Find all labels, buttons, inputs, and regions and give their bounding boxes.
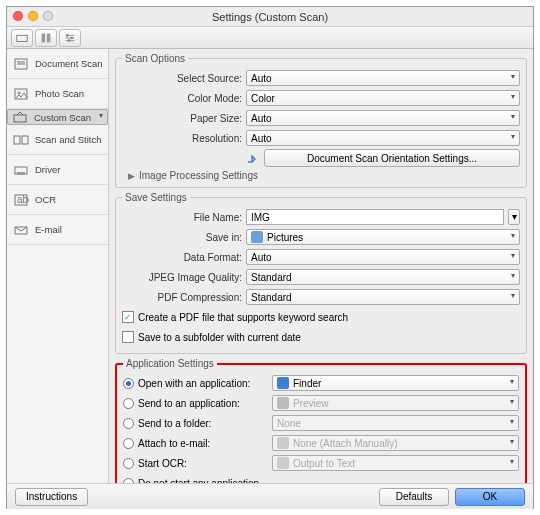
- close-icon[interactable]: [13, 11, 23, 21]
- toolbar-scanner-icon[interactable]: [11, 29, 33, 47]
- save-settings-group: Save Settings File Name:▾ Save in:Pictur…: [115, 192, 527, 354]
- orientation-icon: [246, 152, 260, 164]
- attach-email-dropdown[interactable]: None (Attach Manually): [272, 435, 519, 451]
- svg-text:abc: abc: [17, 194, 29, 205]
- save-in-label: Save in:: [122, 232, 242, 243]
- toolbar-sliders-icon[interactable]: [59, 29, 81, 47]
- svg-rect-15: [17, 172, 25, 175]
- resolution-label: Resolution:: [122, 133, 242, 144]
- paper-size-dropdown[interactable]: Auto: [246, 110, 520, 126]
- file-name-dropdown-icon[interactable]: ▾: [508, 209, 520, 225]
- start-ocr-radio[interactable]: [123, 458, 134, 469]
- pdf-keyword-label: Create a PDF file that supports keyword …: [138, 312, 348, 323]
- paper-size-label: Paper Size:: [122, 113, 242, 124]
- send-to-app-radio[interactable]: [123, 398, 134, 409]
- svg-point-4: [70, 36, 73, 39]
- open-with-app-label: Open with an application:: [138, 378, 268, 389]
- application-settings-legend: Application Settings: [123, 358, 217, 369]
- save-settings-legend: Save Settings: [122, 192, 190, 203]
- toolbar: [7, 27, 533, 49]
- scan-options-group: Scan Options Select Source:Auto Color Mo…: [115, 53, 527, 188]
- minimize-icon[interactable]: [28, 11, 38, 21]
- application-settings-group: Application Settings Open with an applic…: [115, 358, 527, 483]
- svg-rect-11: [14, 115, 26, 122]
- titlebar: Settings (Custom Scan): [7, 7, 533, 27]
- sidebar-item-label: Scan and Stitch: [35, 134, 102, 145]
- preview-icon: [277, 397, 289, 409]
- orientation-settings-button[interactable]: Document Scan Orientation Settings...: [264, 149, 520, 167]
- start-ocr-label: Start OCR:: [138, 458, 268, 469]
- send-to-app-label: Send to an application:: [138, 398, 268, 409]
- sidebar-item-scan-stitch[interactable]: Scan and Stitch: [7, 125, 108, 155]
- image-processing-disclosure[interactable]: ▶Image Processing Settings: [128, 170, 520, 181]
- svg-rect-13: [22, 136, 28, 144]
- svg-rect-1: [42, 33, 46, 42]
- send-to-folder-radio[interactable]: [123, 418, 134, 429]
- instructions-button[interactable]: Instructions: [15, 488, 88, 506]
- send-to-app-dropdown[interactable]: Preview: [272, 395, 519, 411]
- subfolder-date-checkbox[interactable]: [122, 331, 134, 343]
- sidebar-item-email[interactable]: E-mail: [7, 215, 108, 245]
- resolution-dropdown[interactable]: Auto: [246, 130, 520, 146]
- sidebar-item-label: Custom Scan: [34, 112, 91, 123]
- select-source-dropdown[interactable]: Auto: [246, 70, 520, 86]
- save-in-dropdown[interactable]: Pictures: [246, 229, 520, 245]
- data-format-dropdown[interactable]: Auto: [246, 249, 520, 265]
- footer: Instructions Defaults OK: [7, 483, 533, 509]
- open-with-app-dropdown[interactable]: Finder: [272, 375, 519, 391]
- do-not-start-label: Do not start any application: [138, 478, 259, 484]
- color-mode-label: Color Mode:: [122, 93, 242, 104]
- sidebar-item-ocr[interactable]: abcOCR: [7, 185, 108, 215]
- sidebar: Document Scan Photo Scan Custom Scan Sca…: [7, 49, 109, 483]
- do-not-start-radio[interactable]: [123, 478, 134, 484]
- jpeg-quality-label: JPEG Image Quality:: [122, 272, 242, 283]
- send-to-folder-label: Send to a folder:: [138, 418, 268, 429]
- zoom-icon: [43, 11, 53, 21]
- triangle-right-icon: ▶: [128, 171, 135, 181]
- svg-rect-2: [47, 33, 51, 42]
- svg-point-5: [68, 39, 71, 42]
- send-to-folder-dropdown[interactable]: None: [272, 415, 519, 431]
- window-controls: [13, 11, 53, 21]
- pdf-compression-dropdown[interactable]: Standard: [246, 289, 520, 305]
- select-source-label: Select Source:: [122, 73, 242, 84]
- start-ocr-dropdown[interactable]: Output to Text: [272, 455, 519, 471]
- sidebar-item-label: E-mail: [35, 224, 62, 235]
- finder-icon: [277, 377, 289, 389]
- svg-point-3: [66, 34, 69, 37]
- sidebar-item-document-scan[interactable]: Document Scan: [7, 49, 108, 79]
- mail-icon: [277, 437, 289, 449]
- file-name-label: File Name:: [122, 212, 242, 223]
- data-format-label: Data Format:: [122, 252, 242, 263]
- open-with-app-radio[interactable]: [123, 378, 134, 389]
- sidebar-item-label: Driver: [35, 164, 60, 175]
- settings-window: Settings (Custom Scan) Document Scan Pho…: [6, 6, 534, 509]
- content-pane: Scan Options Select Source:Auto Color Mo…: [109, 49, 533, 483]
- sidebar-item-driver[interactable]: Driver: [7, 155, 108, 185]
- file-name-input[interactable]: [246, 209, 504, 225]
- sidebar-item-photo-scan[interactable]: Photo Scan: [7, 79, 108, 109]
- pdf-compression-label: PDF Compression:: [122, 292, 242, 303]
- svg-rect-12: [14, 136, 20, 144]
- sidebar-item-label: Document Scan: [35, 58, 103, 69]
- ok-button[interactable]: OK: [455, 488, 525, 506]
- window-title: Settings (Custom Scan): [212, 11, 328, 23]
- color-mode-dropdown[interactable]: Color: [246, 90, 520, 106]
- jpeg-quality-dropdown[interactable]: Standard: [246, 269, 520, 285]
- folder-icon: [251, 231, 263, 243]
- attach-email-label: Attach to e-mail:: [138, 438, 268, 449]
- sidebar-item-custom-scan[interactable]: Custom Scan: [7, 109, 108, 125]
- defaults-button[interactable]: Defaults: [379, 488, 449, 506]
- subfolder-date-label: Save to a subfolder with current date: [138, 332, 301, 343]
- toolbar-general-icon[interactable]: [35, 29, 57, 47]
- sidebar-item-label: Photo Scan: [35, 88, 84, 99]
- sidebar-item-label: OCR: [35, 194, 56, 205]
- scan-options-legend: Scan Options: [122, 53, 188, 64]
- svg-point-10: [18, 91, 21, 94]
- svg-rect-0: [17, 35, 28, 41]
- text-icon: [277, 457, 289, 469]
- pdf-keyword-checkbox[interactable]: ✓: [122, 311, 134, 323]
- attach-email-radio[interactable]: [123, 438, 134, 449]
